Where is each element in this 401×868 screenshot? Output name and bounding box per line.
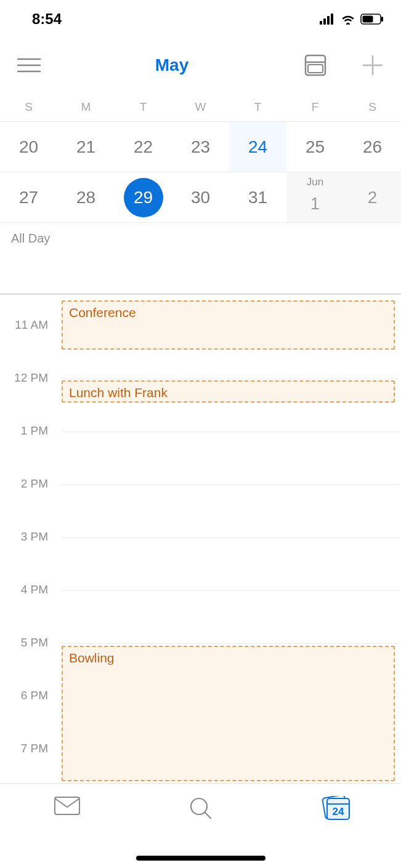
hour-label: 6 PM (0, 689, 59, 702)
date-cell-selected[interactable]: 29 (115, 172, 172, 222)
mail-icon (54, 796, 81, 816)
hour-row[interactable]: 4 PM (0, 560, 401, 613)
date-cell[interactable]: 31 (229, 172, 286, 222)
hour-gridline (62, 432, 399, 432)
add-event-button[interactable] (344, 38, 401, 92)
svg-rect-0 (320, 21, 322, 25)
wifi-icon (341, 14, 355, 25)
svg-rect-1 (323, 18, 326, 25)
date-cell-other-month[interactable]: 2 (344, 172, 401, 222)
svg-rect-12 (308, 65, 323, 73)
hour-gridline (62, 484, 399, 485)
hour-label: 5 PM (0, 636, 59, 649)
hour-label: 1 PM (0, 424, 59, 438)
date-cell[interactable]: 23 (172, 122, 229, 172)
hour-label: 11 AM (0, 318, 59, 332)
battery-icon (360, 14, 384, 25)
hour-label: 2 PM (0, 477, 59, 491)
tab-mail[interactable] (0, 784, 134, 868)
date-cell-today[interactable]: 24 (229, 122, 286, 172)
hour-gridline (62, 643, 399, 644)
calendar-event[interactable]: Conference (62, 300, 395, 350)
tab-bar: 24 (0, 783, 401, 868)
hour-row[interactable]: 1 PM (0, 401, 401, 454)
weekday-label: W (172, 92, 229, 121)
hour-row[interactable]: 3 PM (0, 507, 401, 560)
hour-label: 3 PM (0, 530, 59, 544)
hour-gridline (62, 537, 399, 538)
date-row-2: 27 28 29 30 31 Jun 1 2 (0, 172, 401, 223)
status-time: 8:54 (32, 10, 62, 28)
menu-button[interactable] (0, 38, 57, 92)
weekday-label: F (286, 92, 344, 121)
date-cell[interactable]: 28 (57, 172, 115, 222)
hour-label: 4 PM (0, 583, 59, 597)
weekday-label: S (0, 92, 57, 121)
hour-label: 12 PM (0, 371, 59, 385)
calendar-icon: 24 (317, 796, 352, 823)
app-header: May (0, 38, 401, 92)
svg-rect-6 (381, 17, 383, 22)
svg-point-16 (191, 798, 207, 814)
weekday-label: T (115, 92, 172, 121)
month-title: May (155, 55, 188, 75)
svg-rect-15 (55, 797, 79, 814)
allday-label: All Day (11, 231, 50, 245)
menu-icon (17, 57, 41, 73)
calendar-event[interactable]: Bowling (62, 646, 395, 781)
date-cell-other-month[interactable]: Jun 1 (286, 172, 344, 222)
home-indicator (136, 856, 265, 861)
svg-line-17 (205, 813, 211, 818)
weekday-row: S M T W T F S (0, 92, 401, 122)
svg-text:24: 24 (332, 806, 344, 818)
date-cell-month-label: Jun (307, 176, 323, 188)
hour-gridline (62, 590, 399, 591)
cellular-icon (320, 14, 336, 25)
weekday-label: M (57, 92, 115, 121)
calendar-event[interactable]: Lunch with Frank (62, 380, 395, 403)
date-cell[interactable]: 30 (172, 172, 229, 222)
tab-calendar[interactable]: 24 (267, 784, 401, 868)
date-cell[interactable]: 22 (115, 122, 172, 172)
date-row-1: 20 21 22 23 24 25 26 (0, 122, 401, 172)
date-cell[interactable]: 27 (0, 172, 57, 222)
hour-row[interactable]: 2 PM (0, 454, 401, 507)
schedule-area[interactable]: 11 AM12 PM1 PM2 PM3 PM4 PM5 PM6 PM7 PM C… (0, 295, 401, 781)
status-bar: 8:54 (0, 0, 401, 38)
date-cell[interactable]: 20 (0, 122, 57, 172)
weekday-label: S (344, 92, 401, 121)
svg-rect-3 (331, 14, 333, 25)
date-cell[interactable]: 21 (57, 122, 115, 172)
allday-section[interactable]: All Day (0, 223, 401, 295)
hour-gridline (62, 379, 399, 379)
plus-icon (361, 54, 384, 77)
calendar-view-icon (303, 53, 328, 78)
status-icons (320, 14, 384, 25)
month-title-button[interactable]: May (57, 38, 286, 92)
search-icon (188, 796, 213, 821)
weekday-label: T (229, 92, 286, 121)
date-cell[interactable]: 25 (286, 122, 344, 172)
svg-rect-2 (327, 16, 330, 25)
hour-label: 7 PM (0, 742, 59, 755)
date-cell[interactable]: 26 (344, 122, 401, 172)
svg-rect-5 (363, 16, 373, 23)
view-mode-button[interactable] (286, 38, 344, 92)
